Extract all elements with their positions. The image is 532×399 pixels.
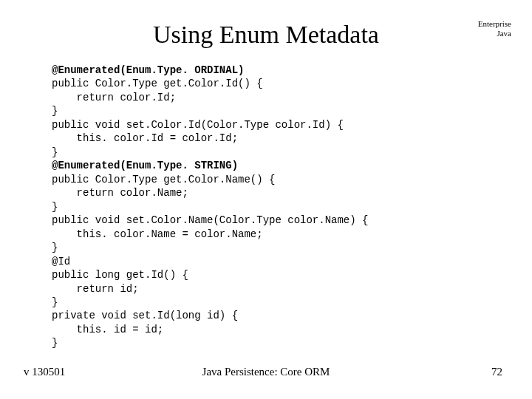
code-line: } [52, 105, 58, 117]
code-line: @Enumerated(Enum.Type. ORDINAL) [52, 64, 244, 76]
corner-label: Enterprise Java [478, 19, 511, 38]
page-number: 72 [491, 366, 502, 378]
corner-line1: Enterprise [478, 19, 511, 29]
code-line: this. id = id; [52, 324, 163, 335]
code-line: } [52, 201, 58, 213]
code-line: } [52, 146, 58, 158]
code-line: public Color.Type get.Color.Id() { [52, 78, 263, 89]
slide: Using Enum Metadata Enterprise Java @Enu… [0, 0, 532, 399]
code-line: @Enumerated(Enum.Type. STRING) [52, 160, 238, 171]
code-line: @Id [52, 256, 70, 267]
code-line: } [52, 296, 58, 308]
footer-title: Java Persistence: Core ORM [0, 366, 532, 378]
code-line: } [52, 242, 58, 253]
code-line: return color.Id; [52, 92, 176, 103]
code-line: public long get.Id() { [52, 269, 188, 281]
code-line: public Color.Type get.Color.Name() { [52, 174, 275, 185]
slide-title: Using Enum Metadata [0, 21, 532, 49]
code-block: @Enumerated(Enum.Type. ORDINAL) public C… [52, 64, 368, 350]
code-line: this. color.Name = color.Name; [52, 228, 263, 240]
corner-line2: Java [478, 29, 511, 38]
code-line: this. color.Id = color.Id; [52, 132, 238, 144]
code-line: public void set.Color.Id(Color.Type colo… [52, 119, 344, 131]
code-line: public void set.Color.Name(Color.Type co… [52, 214, 368, 226]
code-line: private void set.Id(long id) { [52, 310, 238, 321]
code-line: return color.Name; [52, 187, 188, 199]
code-line: } [52, 337, 58, 349]
code-line: return id; [52, 283, 139, 295]
